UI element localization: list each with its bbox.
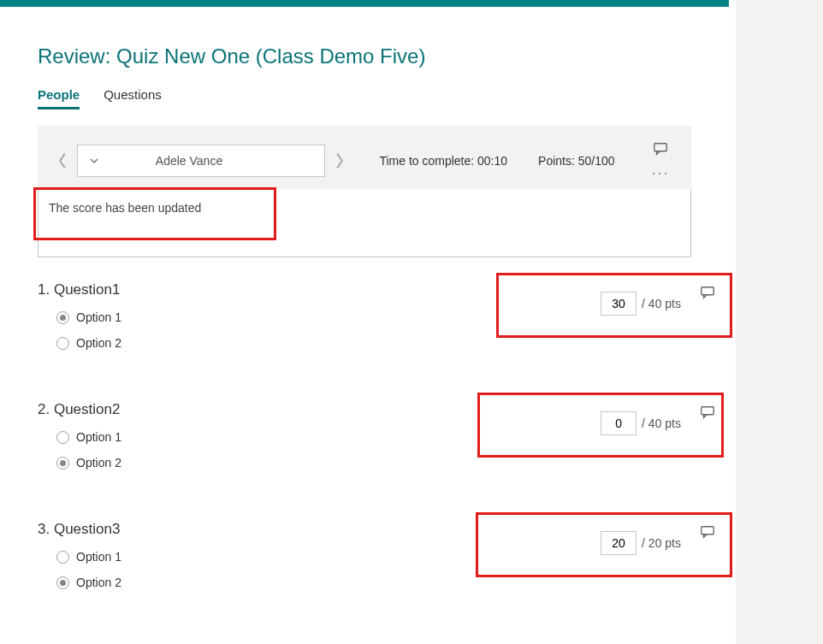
tab-people[interactable]: People: [38, 87, 80, 109]
student-select[interactable]: Adele Vance: [77, 145, 325, 177]
tabs: People Questions: [38, 87, 691, 110]
score-column: / 20 pts: [460, 521, 691, 564]
student-panel: Adele Vance Time to complete: 00:10 Poin…: [38, 126, 691, 189]
score-inner: / 20 pts: [590, 523, 691, 564]
question-row: 2. Question2 Option 1 Option 2: [38, 401, 691, 482]
chevron-right-icon[interactable]: [334, 149, 346, 173]
comment-icon[interactable]: [700, 405, 715, 420]
option-row[interactable]: Option 2: [56, 456, 450, 470]
option-label: Option 1: [76, 430, 121, 444]
max-points: / 40 pts: [642, 417, 681, 430]
score-column: / 40 pts: [460, 401, 691, 444]
radio-icon: [56, 576, 69, 589]
chevron-left-icon[interactable]: [56, 149, 68, 173]
option-row[interactable]: Option 2: [56, 336, 450, 350]
comment-icon[interactable]: [653, 141, 668, 157]
score-column: / 40 pts: [460, 281, 691, 324]
comment-icon[interactable]: [700, 285, 715, 300]
question-body: 3. Question3 Option 1 Option 2: [38, 521, 450, 601]
student-name: Adele Vance: [78, 154, 300, 168]
more-icon[interactable]: ···: [651, 165, 669, 180]
notice-text: The score has been updated: [49, 201, 201, 215]
page-title: Review: Quiz New One (Class Demo Five): [38, 44, 691, 68]
option-row[interactable]: Option 1: [56, 430, 450, 444]
svg-rect-0: [654, 144, 666, 151]
options: Option 1 Option 2: [38, 310, 450, 350]
option-label: Option 2: [76, 456, 121, 470]
questions-list: 1. Question1 Option 1 Option 2: [38, 281, 691, 601]
options: Option 1 Option 2: [38, 430, 450, 470]
option-label: Option 1: [76, 550, 121, 564]
option-label: Option 2: [76, 576, 121, 589]
notice-box: The score has been updated: [38, 189, 691, 257]
question-body: 2. Question2 Option 1 Option 2: [38, 401, 450, 482]
option-row[interactable]: Option 2: [56, 576, 450, 589]
top-accent-bar: [0, 0, 729, 7]
points-total: Points: 50/100: [538, 154, 615, 168]
page-content: Review: Quiz New One (Class Demo Five) P…: [0, 7, 729, 601]
option-row[interactable]: Option 1: [56, 310, 450, 324]
score-input[interactable]: [601, 531, 636, 555]
options: Option 1 Option 2: [38, 550, 450, 589]
score-input[interactable]: [601, 292, 636, 316]
option-label: Option 1: [76, 310, 121, 324]
radio-icon: [56, 337, 69, 350]
svg-rect-3: [702, 527, 713, 535]
radio-icon: [56, 551, 69, 564]
score-input[interactable]: [601, 411, 636, 435]
score-inner: / 40 pts: [590, 403, 691, 444]
time-to-complete: Time to complete: 00:10: [379, 154, 507, 168]
score-inner: / 40 pts: [590, 283, 691, 324]
svg-rect-1: [702, 287, 713, 295]
panel-actions: ···: [648, 141, 672, 180]
question-body: 1. Question1 Option 1 Option 2: [38, 281, 450, 362]
question-row: 1. Question1 Option 1 Option 2: [38, 281, 691, 362]
max-points: / 40 pts: [642, 297, 681, 310]
question-title: 3. Question3: [38, 521, 450, 538]
option-label: Option 2: [76, 336, 121, 350]
right-gutter: [736, 0, 823, 644]
question-title: 1. Question1: [38, 281, 450, 298]
option-row[interactable]: Option 1: [56, 550, 450, 564]
radio-icon: [56, 457, 69, 470]
comment-icon[interactable]: [700, 524, 715, 540]
question-title: 2. Question2: [38, 401, 450, 418]
radio-icon: [56, 431, 69, 444]
radio-icon: [56, 311, 69, 324]
meta-row: Time to complete: 00:10 Points: 50/100: [354, 154, 640, 168]
max-points: / 20 pts: [642, 536, 681, 550]
question-row: 3. Question3 Option 1 Option 2: [38, 521, 691, 601]
svg-rect-2: [702, 407, 713, 415]
tab-questions[interactable]: Questions: [104, 87, 162, 109]
